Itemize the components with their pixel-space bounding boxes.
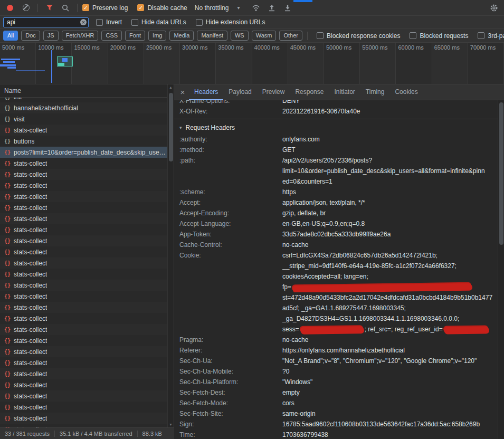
top-blue-strip (293, 0, 312, 2)
filter-input[interactable] (3, 17, 89, 27)
filter-toggle-button[interactable] (43, 2, 56, 14)
hide-data-urls-checkbox[interactable]: Hide data URLs (131, 18, 186, 26)
request-row[interactable]: {}stats-collect (0, 280, 167, 291)
filter-checkbox-3rd-party-requests[interactable]: 3rd-party requests (478, 32, 504, 40)
request-row[interactable]: {}stats-collect (0, 257, 167, 269)
request-name: stats-collect (14, 326, 47, 333)
filter-checkbox-blocked-requests[interactable]: Blocked requests (410, 32, 468, 40)
tab-preview[interactable]: Preview (257, 84, 290, 100)
header-value: /api2/v2/users/20572336/posts?limit=10&o… (282, 155, 498, 187)
tab-initiator[interactable]: Initiator (329, 84, 360, 100)
request-row[interactable]: {}stats-collect (0, 180, 167, 191)
hide-extension-urls-checkbox[interactable]: Hide extension URLs (196, 18, 265, 26)
header-value-line: en-GB,en-US;q=0.9,en;q=0.8 (282, 218, 498, 229)
request-row[interactable]: {}visit (0, 113, 167, 125)
clear-filter-icon[interactable]: × (80, 19, 87, 25)
filter-checkbox-blocked-response-cookies[interactable]: Blocked response cookies (317, 32, 400, 40)
network-conditions-button[interactable] (249, 2, 263, 14)
export-har-button[interactable] (281, 2, 294, 14)
toolbar-divider (37, 4, 38, 12)
request-row[interactable]: {}stats-collect (0, 246, 167, 257)
request-row[interactable]: {}stats-collect (0, 335, 167, 346)
invert-checkbox[interactable]: Invert (96, 18, 122, 26)
tab-timing[interactable]: Timing (360, 84, 390, 100)
type-filter-css[interactable]: CSS (101, 31, 122, 41)
timeline-overview[interactable]: 5000 ms10000 ms15000 ms20000 ms25000 ms3… (0, 43, 504, 84)
header-value-line: empty (282, 387, 498, 398)
type-filter-other[interactable]: Other (279, 31, 302, 41)
request-name: stats-collect (14, 249, 47, 256)
request-row[interactable]: {}stats-collect (0, 368, 167, 379)
header-value-line: fp= (282, 282, 498, 292)
header-name: Sec-Ch-Ua-Mobile: (179, 366, 282, 377)
settings-button[interactable] (487, 2, 501, 14)
type-filter-fetch-xhr[interactable]: Fetch/XHR (62, 31, 99, 41)
scroll-up-icon[interactable]: ▲ (169, 85, 173, 89)
tab-cookies[interactable]: Cookies (389, 84, 423, 100)
clear-network-log-button[interactable] (19, 2, 33, 14)
throttling-select[interactable]: No throttling ▾ (195, 4, 240, 12)
timeline-column: 35000 ms (216, 43, 252, 84)
type-filter-ws[interactable]: WS (231, 31, 249, 41)
request-row[interactable]: {}stats-collect (0, 346, 167, 357)
request-row[interactable]: {}stats-collect (0, 379, 167, 390)
type-filter-js[interactable]: JS (43, 31, 59, 41)
tab-payload[interactable]: Payload (223, 84, 256, 100)
request-row[interactable]: {}stats-collect (0, 413, 167, 424)
request-row[interactable]: {}stats-collect (0, 313, 167, 324)
request-row[interactable]: {}stats-collect (0, 424, 167, 427)
request-row[interactable]: {}stats-collect (0, 291, 167, 302)
request-row[interactable]: {}stats-collect (0, 390, 167, 402)
type-filter-media[interactable]: Media (169, 31, 194, 41)
request-name: stats-collect (14, 260, 47, 267)
timeline-column: 30000 ms (180, 43, 216, 84)
request-row[interactable]: {}stats-collect (0, 324, 167, 335)
request-row[interactable]: {}stats-collect (0, 213, 167, 224)
type-filter-doc[interactable]: Doc (21, 31, 40, 41)
type-filter-all[interactable]: All (3, 31, 18, 41)
import-har-button[interactable] (265, 2, 279, 14)
header-row: Time:1703636799438 (179, 430, 498, 439)
scrollbar-thumb[interactable] (499, 102, 503, 245)
resources-size: 88.3 kB (137, 431, 167, 437)
disable-cache-checkbox[interactable]: ✓ Disable cache (137, 4, 187, 12)
type-filter-font[interactable]: Font (125, 31, 145, 41)
request-row[interactable]: {}init (0, 98, 167, 102)
request-row[interactable]: {}stats-collect (0, 269, 167, 280)
type-filter-img[interactable]: Img (148, 31, 166, 41)
request-row[interactable]: {}posts?limit=10&order=publish_date_desc… (0, 147, 167, 158)
tab-response[interactable]: Response (290, 84, 329, 100)
request-row[interactable]: {}stats-collect (0, 302, 167, 313)
preserve-log-checkbox[interactable]: ✓ Preserve log (82, 4, 128, 12)
request-row[interactable]: {}stats-collect (0, 158, 167, 169)
close-icon[interactable]: × (176, 88, 189, 97)
request-row[interactable]: {}stats-collect (0, 357, 167, 368)
scroll-down-icon[interactable]: ▼ (169, 423, 173, 426)
json-braces-icon: {} (4, 393, 11, 399)
type-filter-manifest[interactable]: Manifest (197, 31, 227, 41)
tab-headers[interactable]: Headers (189, 84, 223, 100)
request-row[interactable]: {}buttons (0, 136, 167, 147)
json-braces-icon: {} (4, 293, 11, 299)
request-row[interactable]: {}stats-collect (0, 191, 167, 202)
scrollbar-thumb[interactable] (169, 93, 173, 161)
overview-playhead (51, 50, 52, 83)
name-column-header[interactable]: Name (0, 84, 174, 98)
header-value: same-origin (282, 408, 498, 419)
record-button[interactable] (3, 2, 17, 14)
request-row[interactable]: {}stats-collect (0, 402, 167, 413)
request-name: stats-collect (14, 337, 47, 345)
request-list-scrollbar[interactable]: ▲ ▼ (167, 84, 174, 427)
request-row[interactable]: {}stats-collect (0, 125, 167, 136)
request-row[interactable]: {}hannahelizabethofficial (0, 102, 167, 113)
request-row[interactable]: {}stats-collect (0, 235, 167, 246)
request-row[interactable]: {}stats-collect (0, 169, 167, 180)
request-row[interactable]: {}stats-collect (0, 224, 167, 235)
search-button[interactable] (59, 2, 72, 14)
type-filter-chips: AllDocJSFetch/XHRCSSFontImgMediaManifest… (3, 31, 302, 41)
type-filter-wasm[interactable]: Wasm (252, 31, 277, 41)
request-row[interactable]: {}stats-collect (0, 202, 167, 213)
json-braces-icon: {} (4, 349, 11, 355)
details-scrollbar[interactable] (498, 100, 504, 439)
request-headers-section[interactable]: ▾ Request Headers (179, 121, 498, 134)
